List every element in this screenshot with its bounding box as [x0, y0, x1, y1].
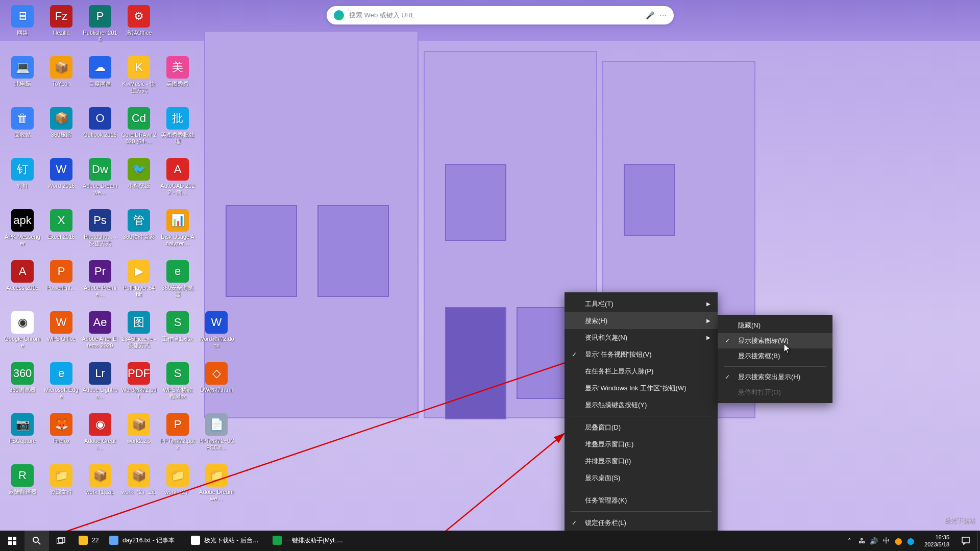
menu-item[interactable]: 层叠窗口(D) — [565, 419, 718, 436]
desktop-icon[interactable]: 📄PPT教程2~0CFCC.t… — [197, 411, 236, 462]
desktop-search-widget[interactable]: 搜索 Web 或键入 URL 🎤 ⋯ — [327, 6, 674, 24]
desktop-icon[interactable]: 美美图秀秀 — [158, 54, 197, 105]
tray-ime-icon[interactable]: 中 — [881, 536, 891, 545]
menu-item[interactable]: 资讯和兴趣(N)▶ — [565, 329, 718, 346]
desktop-icon[interactable]: 📊Disk Usage Analyzer… — [158, 207, 197, 258]
taskbar-task[interactable]: day216.txt - 记事本 — [104, 531, 186, 551]
desktop-icon[interactable]: e360安全浏览器 — [158, 258, 197, 309]
icon-label: 美图秀秀 — [166, 81, 189, 87]
desktop-icon[interactable]: 📷FSCapture — [3, 411, 42, 462]
desktop-icon[interactable]: 🦊Firefox — [42, 411, 81, 462]
desktop-icon[interactable]: SWPS表格教程.xlsx — [158, 360, 197, 411]
menu-item[interactable]: 显示触摸键盘按钮(Y) — [565, 396, 718, 413]
menu-item[interactable]: 堆叠显示窗口(E) — [565, 436, 718, 453]
desktop-icon[interactable]: PDFWord教程2.pdf — [119, 360, 158, 411]
notification-button[interactable] — [954, 531, 977, 551]
desktop-icon[interactable]: Fzfilezilla — [42, 3, 81, 54]
desktop-icon[interactable]: 🖥网络 — [3, 3, 42, 54]
start-button[interactable] — [0, 531, 24, 551]
desktop-icon[interactable]: 📁资源文件 — [42, 462, 81, 513]
desktop-icon[interactable]: 📁Adobe Dreamwe… — [197, 462, 236, 513]
desktop-icon[interactable]: PPowerPnt… — [42, 258, 81, 309]
taskbar-task[interactable]: 极光下载站 - 后台… — [186, 531, 267, 551]
desktop-icon[interactable]: WWord 2016 — [42, 156, 81, 207]
desktop-icon[interactable]: ☁百度网盘 — [81, 54, 119, 105]
submenu-item[interactable]: 显示搜索框(B) — [718, 348, 832, 364]
task-view-button[interactable] — [49, 531, 74, 551]
desktop-icon[interactable]: 🐦小鸟壁纸 — [119, 156, 158, 207]
desktop-icon[interactable]: ◉Google Chrome — [3, 309, 42, 360]
submenu-item[interactable]: ✓显示搜索图标(W) — [718, 333, 832, 348]
desktop-icon[interactable]: DwAdobe Dreamwe… — [81, 156, 119, 207]
menu-item[interactable]: 显示"Windows Ink 工作区"按钮(W) — [565, 380, 718, 396]
desktop-icon[interactable]: ◇DW教程.html — [197, 360, 236, 411]
taskbar-task[interactable]: 一键排版助手(MyE… — [267, 531, 349, 551]
desktop-icon[interactable]: 图2345Pic.exe - 快捷方式 — [119, 309, 158, 360]
icon-label: 360软件管家 — [123, 234, 155, 240]
menu-item[interactable]: 在任务栏上显示人脉(P) — [565, 363, 718, 380]
system-tray[interactable]: ˄ 🖧 🔊 中 ⬤ ⬤ — [841, 536, 919, 545]
desktop-icon[interactable]: 💻此电脑 — [3, 54, 42, 105]
icon-label: 欧陆翻译器 — [9, 489, 37, 495]
desktop-icon[interactable]: eMicrosoft Edge — [42, 360, 81, 411]
desktop-icon[interactable]: PrAdobe Premie… — [81, 258, 119, 309]
search-button[interactable] — [24, 531, 49, 551]
desktop-icon[interactable]: WWPS Office — [42, 309, 81, 360]
desktop-icon[interactable]: 360360浏览器 — [3, 360, 42, 411]
icon-glyph: 💻 — [11, 56, 34, 79]
desktop-icon[interactable]: ◉Adobe Creati… — [81, 411, 119, 462]
icon-label: 资源文件 — [50, 489, 72, 495]
menu-item[interactable]: 并排显示窗口(I) — [565, 453, 718, 469]
icon-label: 360压缩 — [51, 132, 71, 138]
submenu-item[interactable]: 隐藏(N) — [718, 318, 832, 333]
menu-item[interactable]: 显示桌面(S) — [565, 469, 718, 486]
tray-volume-icon[interactable]: 🔊 — [869, 536, 878, 545]
desktop-icon[interactable]: R欧陆翻译器 — [3, 462, 42, 513]
menu-item[interactable]: 工具栏(T)▶ — [565, 295, 718, 312]
desktop-icon[interactable]: 📦work（2）.zip — [119, 462, 158, 513]
icon-glyph: 🐦 — [128, 158, 150, 181]
desktop-icon[interactable]: AAccess 2016 — [3, 258, 42, 309]
tray-app-icon[interactable]: ⬤ — [906, 536, 915, 545]
icon-glyph: 批 — [166, 107, 189, 130]
desktop-icon[interactable]: 钉钉钉 — [3, 156, 42, 207]
desktop-icon[interactable]: PPublisher 2016 — [81, 3, 119, 54]
desktop-icon[interactable]: 📦360压缩 — [42, 105, 81, 156]
desktop-icon[interactable]: 批美图秀秀批处理 — [158, 105, 197, 156]
desktop-icon[interactable]: AAutoCAD 2022 - 简… — [158, 156, 197, 207]
desktop-icon[interactable]: ▶PotPlayer 64 bit — [119, 258, 158, 309]
desktop-icon[interactable]: apkAPK Messenger — [3, 207, 42, 258]
tray-network-icon[interactable]: 🖧 — [857, 536, 866, 545]
desktop-icon[interactable]: ⚙激活Office — [119, 3, 158, 54]
desktop-icon[interactable]: PPPT教程2.pptx — [158, 411, 197, 462]
show-desktop-button[interactable] — [977, 531, 980, 551]
taskbar-task[interactable]: 22 — [74, 531, 104, 551]
check-icon: ✓ — [725, 337, 730, 344]
desktop-icon[interactable]: LrAdobe Lightroo… — [81, 360, 119, 411]
desktop-icon[interactable]: PsPhotosho… - 快捷方式 — [81, 207, 119, 258]
desktop-icon[interactable]: 🗑回收站 — [3, 105, 42, 156]
desktop-icon[interactable]: CdCorelDRAW 2020 (64-… — [119, 105, 158, 156]
desktop-icon[interactable]: 📦work2.zip — [119, 411, 158, 462]
desktop-icon[interactable]: 管360软件管家 — [119, 207, 158, 258]
desktop-icon[interactable]: 📦ToYcon — [42, 54, 81, 105]
menu-item[interactable]: ✓锁定任务栏(L) — [565, 514, 718, 531]
taskbar[interactable]: 22day216.txt - 记事本极光下载站 - 后台…一键排版助手(MyE…… — [0, 531, 980, 551]
desktop-icon[interactable]: 📁work（2） — [158, 462, 197, 513]
menu-item[interactable]: 搜索(H)▶ — [565, 312, 718, 329]
desktop-icon[interactable]: S工作簿1.xlsx — [158, 309, 197, 360]
svg-rect-6 — [13, 541, 16, 545]
tray-chevron-icon[interactable]: ˄ — [845, 536, 854, 545]
submenu-item[interactable]: ✓显示搜索突出显示(H) — [718, 369, 832, 385]
desktop-icon[interactable]: OOutlook 2016 — [81, 105, 119, 156]
desktop-icon[interactable]: AeAdobe After Effects 2020 — [81, 309, 119, 360]
desktop-icon[interactable]: XExcel 2016 — [42, 207, 81, 258]
svg-rect-5 — [8, 541, 12, 545]
menu-item[interactable]: ✓显示"任务视图"按钮(V) — [565, 346, 718, 363]
desktop-icon[interactable]: KKwMusic - 快捷方式 — [119, 54, 158, 105]
desktop-icon[interactable]: 📦work (1).zip — [81, 462, 119, 513]
tray-app-icon[interactable]: ⬤ — [894, 536, 903, 545]
menu-item[interactable]: 任务管理器(K) — [565, 492, 718, 509]
taskbar-clock[interactable]: 16:35 2023/5/18 — [919, 534, 954, 548]
desktop-icon[interactable]: WWord教程2.docx — [197, 309, 236, 360]
